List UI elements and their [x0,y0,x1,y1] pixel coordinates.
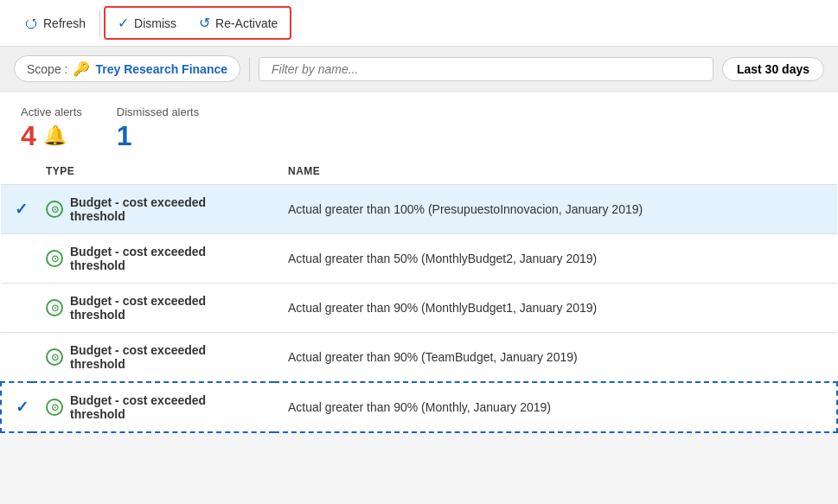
active-alerts-label: Active alerts [21,105,82,118]
type-text: Budget - cost exceeded threshold [70,245,260,272]
type-text: Budget - cost exceeded threshold [70,393,260,421]
row-name: Actual greater than 90% (TeamBudget, Jan… [274,333,837,383]
dismissed-alerts-block: Dismissed alerts 1 [117,105,199,150]
refresh-button[interactable]: ⭯ Refresh [14,10,96,36]
row-check [1,284,32,333]
table-row[interactable]: ⊙Budget - cost exceeded thresholdActual … [1,234,837,284]
row-name: Actual greater than 90% (Monthly, Januar… [274,382,837,432]
table-body: ✓⊙Budget - cost exceeded thresholdActual… [1,185,837,433]
budget-icon: ⊙ [46,250,63,267]
row-check: ✓ [1,382,32,432]
dismissed-alerts-label: Dismissed alerts [117,105,199,118]
budget-icon: ⊙ [46,399,63,416]
reactivate-button[interactable]: ↺ Re-Activate [189,10,288,36]
row-check [1,333,32,383]
alerts-table-container: TYPE NAME ✓⊙Budget - cost exceeded thres… [0,158,838,433]
col-name: NAME [274,158,837,185]
type-content: ⊙Budget - cost exceeded threshold [46,343,260,371]
type-text: Budget - cost exceeded threshold [70,195,260,223]
active-alerts-count: 4 [21,122,36,150]
table-row[interactable]: ⊙Budget - cost exceeded thresholdActual … [1,284,837,333]
table-row[interactable]: ⊙Budget - cost exceeded thresholdActual … [1,333,837,383]
type-content: ⊙Budget - cost exceeded threshold [46,393,260,421]
toolbar: ⭯ Refresh ✓ Dismiss ↺ Re-Activate [0,0,838,47]
row-check [1,234,32,284]
filter-input[interactable] [259,57,713,81]
type-content: ⊙Budget - cost exceeded threshold [46,195,260,223]
stats-bar: Active alerts 4 🔔 Dismissed alerts 1 [0,92,838,158]
budget-icon: ⊙ [46,299,63,316]
filter-bar: Scope : 🔑 Trey Research Finance Last 30 … [0,47,838,92]
row-type: ⊙Budget - cost exceeded threshold [32,284,274,333]
toolbar-divider [99,10,100,36]
scope-button[interactable]: Scope : 🔑 Trey Research Finance [14,55,240,82]
table-row[interactable]: ✓⊙Budget - cost exceeded thresholdActual… [1,185,837,234]
date-range-label: Last 30 days [737,62,809,76]
col-type: TYPE [32,158,274,185]
checkmark-icon: ✓ [15,201,28,218]
date-range-button[interactable]: Last 30 days [722,57,824,81]
type-text: Budget - cost exceeded threshold [70,343,260,371]
table-row[interactable]: ✓⊙Budget - cost exceeded thresholdActual… [1,382,837,432]
type-content: ⊙Budget - cost exceeded threshold [46,294,260,322]
dismiss-label: Dismiss [134,16,176,30]
type-text: Budget - cost exceeded threshold [70,294,260,322]
filter-divider [249,57,250,81]
bell-icon: 🔔 [43,124,67,147]
alerts-table: TYPE NAME ✓⊙Budget - cost exceeded thres… [0,158,838,433]
reactivate-label: Re-Activate [215,16,278,30]
active-alerts-block: Active alerts 4 🔔 [21,105,82,150]
budget-icon: ⊙ [46,348,63,366]
budget-icon: ⊙ [46,201,63,218]
row-check: ✓ [1,185,32,234]
table-header: TYPE NAME [1,158,837,185]
col-check [1,158,32,185]
dismiss-icon: ✓ [118,15,129,31]
dismissed-alerts-count: 1 [117,122,132,150]
row-type: ⊙Budget - cost exceeded threshold [32,382,274,432]
refresh-icon: ⭯ [24,16,38,31]
reactivate-icon: ↺ [199,15,210,31]
row-name: Actual greater than 100% (PresupuestoInn… [274,185,837,234]
row-type: ⊙Budget - cost exceeded threshold [32,234,274,284]
checkmark-icon: ✓ [16,399,29,416]
row-type: ⊙Budget - cost exceeded threshold [32,333,274,383]
row-type: ⊙Budget - cost exceeded threshold [32,185,274,234]
scope-prefix: Scope : [27,62,67,76]
type-content: ⊙Budget - cost exceeded threshold [46,245,260,272]
scope-name: Trey Research Finance [95,62,227,76]
row-name: Actual greater than 50% (MonthlyBudget2,… [274,234,837,284]
refresh-label: Refresh [43,16,86,30]
dismiss-button[interactable]: ✓ Dismiss [107,10,187,36]
key-icon: 🔑 [73,61,90,77]
dismiss-reactivate-group: ✓ Dismiss ↺ Re-Activate [104,6,291,40]
dismissed-alerts-value-row: 1 [117,122,199,150]
row-name: Actual greater than 90% (MonthlyBudget1,… [274,284,837,333]
active-alerts-value-row: 4 🔔 [21,122,82,150]
